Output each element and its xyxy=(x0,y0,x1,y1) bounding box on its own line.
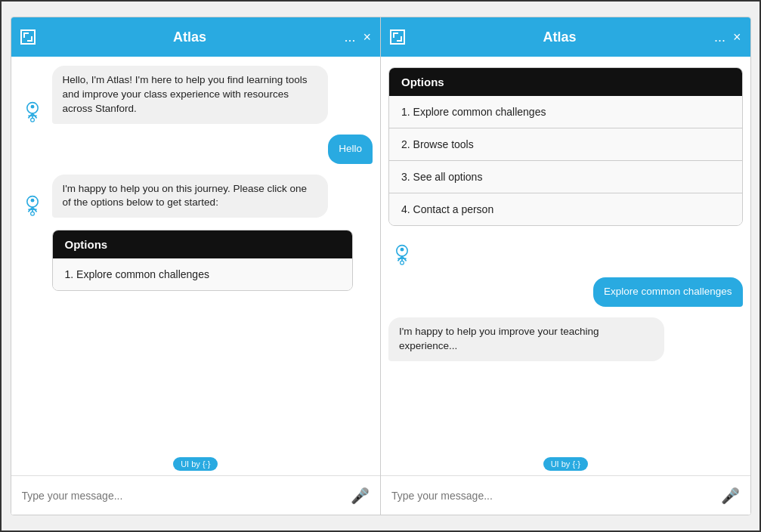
message-row-bot-2: I'm happy to help you on this journey. P… xyxy=(19,175,373,218)
options-header-1: Options xyxy=(53,230,352,258)
bot-avatar-1 xyxy=(19,97,46,124)
user-bubble-1: Hello xyxy=(328,135,373,164)
bot-bubble-2: I'm happy to help you on this journey. P… xyxy=(52,175,328,218)
more-icon-1[interactable]: ... xyxy=(344,29,355,45)
mic-icon-1[interactable]: 🎤 xyxy=(351,487,370,505)
message-row-user-1: Hello xyxy=(19,135,373,164)
bot-bubble-1: Hello, I'm Atlas! I'm here to help you f… xyxy=(52,66,328,124)
ui-badge-2: UI by {·} xyxy=(381,454,750,475)
close-icon-1[interactable]: × xyxy=(363,29,371,45)
option-item-2-2[interactable]: 2. Browse tools xyxy=(389,128,742,161)
expand-icon-1[interactable] xyxy=(20,29,36,45)
mic-icon-2[interactable]: 🎤 xyxy=(721,487,740,505)
svg-point-15 xyxy=(401,248,404,252)
options-card-2: Options 1. Explore common challenges 2. … xyxy=(388,67,743,226)
option-item-2-1[interactable]: 1. Explore common challenges xyxy=(389,96,742,128)
chat-header-1: Atlas ... × xyxy=(11,17,381,57)
header-left-1 xyxy=(20,29,36,45)
options-card-1: Options 1. Explore common challenges xyxy=(52,230,353,291)
header-right-2: ... × xyxy=(714,29,741,45)
chat-panel-1: Atlas ... × xyxy=(11,17,382,515)
ui-badge-inner-1: UI by {·} xyxy=(173,457,218,471)
chat-messages-1: Hello, I'm Atlas! I'm here to help you f… xyxy=(11,57,381,454)
user-bubble-2: Explore common challenges xyxy=(593,277,743,307)
option-item-1-1[interactable]: 1. Explore common challenges xyxy=(53,258,352,290)
svg-point-1 xyxy=(30,104,34,108)
header-left-2 xyxy=(390,29,405,45)
message-input-2[interactable] xyxy=(391,490,721,502)
options-header-2: Options xyxy=(389,68,742,96)
header-right-1: ... × xyxy=(344,29,371,45)
message-row-bot-avatar-2 xyxy=(388,240,743,267)
svg-point-8 xyxy=(30,199,34,203)
chat-title-1: Atlas xyxy=(36,29,345,45)
ui-badge-1: UI by {·} xyxy=(11,454,381,475)
chat-footer-1: 🎤 xyxy=(11,475,381,515)
expand-icon-2[interactable] xyxy=(390,29,405,45)
outer-wrapper: Atlas ... × xyxy=(2,0,759,532)
svg-point-6 xyxy=(30,118,34,122)
bot-avatar-2 xyxy=(19,190,46,218)
chats-container: Atlas ... × xyxy=(11,17,751,515)
svg-point-13 xyxy=(30,212,34,216)
bot-avatar-3 xyxy=(388,240,416,267)
chat-messages-2: Options 1. Explore common challenges 2. … xyxy=(381,57,750,454)
chat-header-2: Atlas ... × xyxy=(381,17,750,57)
close-icon-2[interactable]: × xyxy=(733,29,741,45)
message-input-1[interactable] xyxy=(22,490,351,502)
svg-point-20 xyxy=(401,261,404,264)
option-item-2-3[interactable]: 3. See all options xyxy=(389,161,742,193)
more-icon-2[interactable]: ... xyxy=(714,29,725,45)
message-row-user-2: Explore common challenges xyxy=(388,277,743,307)
chat-title-2: Atlas xyxy=(405,29,714,45)
option-item-2-4[interactable]: 4. Contact a person xyxy=(389,193,742,225)
message-row-bot-reply-2: I'm happy to help you improve your teach… xyxy=(388,317,743,361)
chat-footer-2: 🎤 xyxy=(381,475,750,515)
ui-badge-inner-2: UI by {·} xyxy=(543,457,588,471)
message-row-bot-1: Hello, I'm Atlas! I'm here to help you f… xyxy=(19,66,373,124)
bot-bubble-reply-2: I'm happy to help you improve your teach… xyxy=(388,317,664,361)
chat-panel-2: Atlas ... × Options 1. Explore common ch… xyxy=(381,17,750,515)
